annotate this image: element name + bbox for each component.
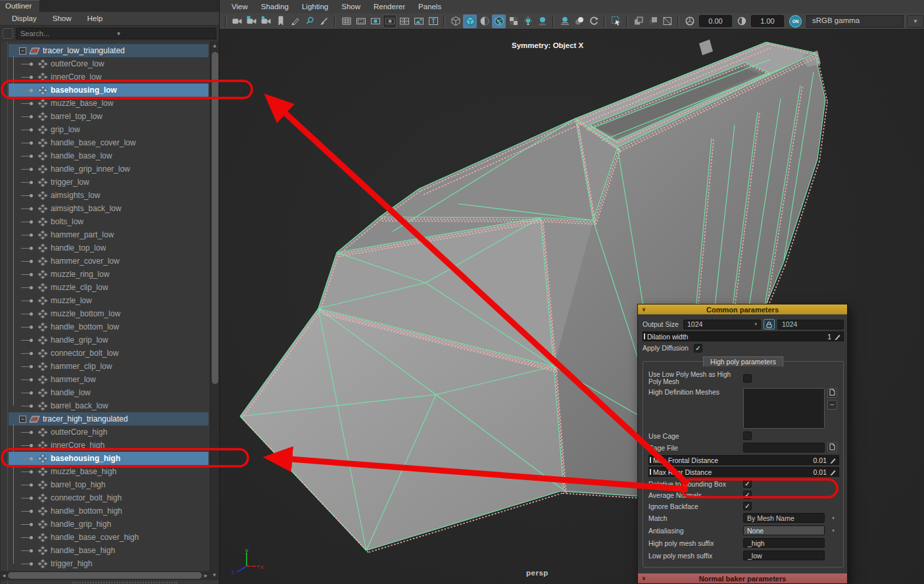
outliner-item[interactable]: basehousing_high: [9, 452, 208, 465]
camera-icon[interactable]: [230, 14, 244, 28]
select-filter-icon[interactable]: [3, 28, 13, 39]
menu-shading[interactable]: Shading: [255, 1, 295, 12]
pencil-icon[interactable]: [829, 456, 837, 464]
outliner-vertical-scrollbar[interactable]: ▲: [210, 41, 219, 571]
shaded-cube-icon[interactable]: [463, 14, 477, 28]
outliner-item[interactable]: handle_grip_high: [9, 518, 208, 531]
hscroll-thumb[interactable]: [8, 572, 202, 579]
slider-handle[interactable]: [650, 469, 651, 475]
outliner-item[interactable]: handle_bottom_high: [9, 504, 208, 518]
contrast-icon[interactable]: [735, 14, 748, 28]
exposure-icon[interactable]: [683, 14, 696, 28]
search-input[interactable]: Search... ▼: [16, 28, 216, 39]
slider-handle[interactable]: [644, 333, 645, 339]
average-normals-checkbox[interactable]: ✓: [743, 491, 752, 499]
outliner-item[interactable]: bolts_low: [9, 215, 208, 228]
menu-display[interactable]: Display: [5, 13, 43, 24]
menu-lighting[interactable]: Lighting: [295, 1, 335, 12]
menu-help[interactable]: Help: [81, 13, 110, 24]
output-size-dropdown[interactable]: 1024 ▾: [683, 320, 761, 329]
lock-size-button[interactable]: [764, 319, 775, 329]
slider-handle[interactable]: [650, 457, 651, 463]
pencil-icon[interactable]: [829, 468, 837, 476]
outliner-item[interactable]: muzzle_bottom_low: [9, 307, 208, 320]
add-file-button[interactable]: [827, 388, 837, 398]
zoom-pan-icon[interactable]: [303, 14, 316, 28]
outliner-item[interactable]: hammer_part_low: [9, 228, 208, 241]
outliner-item[interactable]: outterCore_low: [9, 57, 208, 70]
ignore-backface-checkbox[interactable]: ✓: [743, 502, 752, 510]
match-dropdown-arrow-icon[interactable]: ▾: [827, 516, 839, 521]
output-size-field[interactable]: 1024: [777, 320, 844, 329]
menu-show[interactable]: Show: [46, 13, 78, 24]
apply-diffusion-checkbox[interactable]: ✓: [694, 344, 702, 353]
outliner-item[interactable]: muzzle_base_high: [9, 465, 208, 478]
shadow-icon[interactable]: [535, 14, 549, 28]
scroll-right-icon[interactable]: ►: [202, 573, 210, 579]
use-cage-checkbox[interactable]: [743, 431, 752, 440]
expand-collapse-toggle[interactable]: −: [19, 47, 26, 55]
low-suffix-field[interactable]: _low: [743, 550, 825, 560]
outliner-item[interactable]: handle_base_cover_high: [9, 531, 208, 544]
max-frontal-distance-slider[interactable]: Max Frontal Distance 0.01: [648, 455, 839, 465]
film-gate-icon[interactable]: [354, 14, 368, 28]
browse-cage-file-button[interactable]: [827, 443, 837, 452]
isolate-select-icon[interactable]: [609, 14, 623, 28]
wireframe-cube-icon[interactable]: [449, 14, 462, 28]
outliner-item[interactable]: aimsights_back_low: [9, 202, 208, 215]
scroll-up-icon[interactable]: ▲: [212, 41, 218, 51]
gamma-select[interactable]: sRGB gamma: [806, 15, 904, 28]
match-dropdown[interactable]: By Mesh Name: [743, 513, 825, 523]
menu-panels[interactable]: Panels: [412, 1, 448, 12]
pencil-icon[interactable]: [833, 333, 841, 341]
pen-icon[interactable]: [288, 14, 302, 28]
dilation-width-slider[interactable]: Dilation width 1: [643, 331, 844, 341]
outliner-item[interactable]: innerCore_high: [9, 439, 208, 452]
image-plane-icon[interactable]: [412, 14, 426, 28]
motion-blur-icon[interactable]: [572, 14, 586, 28]
textured-cube-icon[interactable]: [492, 14, 506, 28]
outliner-item[interactable]: handle_base_high: [9, 544, 208, 557]
outliner-item[interactable]: handle_bottom_low: [9, 320, 208, 333]
antialiasing-dropdown[interactable]: None: [743, 525, 825, 535]
transparency-icon[interactable]: [506, 14, 520, 28]
outliner-item[interactable]: handle_grip_low: [9, 333, 208, 347]
high-suffix-field[interactable]: _high: [743, 538, 825, 548]
outliner-item[interactable]: connector_bolt_low: [9, 347, 208, 360]
relative-bbox-checkbox[interactable]: ✓: [743, 479, 752, 488]
outliner-item[interactable]: handle_grip_inner_low: [9, 162, 208, 176]
high-poly-parameters-tab[interactable]: High poly parameters: [703, 356, 783, 367]
outliner-item[interactable]: muzzle_low: [9, 294, 208, 307]
scroll-left-icon[interactable]: ◄: [0, 573, 8, 579]
outliner-item[interactable]: handle_low: [9, 386, 208, 399]
gate-mask-icon[interactable]: [383, 14, 397, 28]
hd-meshes-listbox[interactable]: [743, 388, 825, 429]
light-icon[interactable]: [521, 14, 535, 28]
viewport-canvas[interactable]: y x z Symmetry: Object X persp ∨ Common …: [220, 30, 924, 584]
screen-box-icon[interactable]: [660, 14, 674, 28]
panel-resize-grip[interactable]: [72, 581, 178, 583]
outliner-item[interactable]: barrel_back_low: [9, 399, 208, 412]
bookmark-icon[interactable]: [274, 14, 287, 28]
max-rear-distance-slider[interactable]: Max Rear Distance 0.01: [648, 467, 839, 477]
gamma-dropdown-icon[interactable]: ▼: [907, 15, 924, 28]
collapse-chevron-icon[interactable]: ∨: [638, 306, 650, 312]
vscroll-bottom[interactable]: ▼: [210, 571, 219, 580]
outliner-tab[interactable]: Outliner: [0, 0, 40, 12]
outliner-item[interactable]: barrel_top_low: [9, 110, 208, 123]
outliner-item[interactable]: grip_low: [9, 123, 208, 136]
copy-overlap-icon[interactable]: [631, 14, 645, 28]
use-low-as-high-checkbox[interactable]: [743, 374, 752, 383]
outliner-item[interactable]: connector_bolt_high: [9, 491, 208, 504]
outliner-item[interactable]: muzzle_ring_low: [9, 268, 208, 281]
field-chart-icon[interactable]: [397, 14, 411, 28]
outliner-item[interactable]: hammer_cover_low: [9, 255, 208, 268]
contrast-field[interactable]: 1.00: [751, 15, 784, 27]
remove-item-button[interactable]: −: [827, 400, 837, 410]
outliner-group-row[interactable]: − tracer_low_triangulated: [9, 44, 208, 57]
outliner-item[interactable]: innerCore_low: [9, 70, 208, 84]
antialiasing-dropdown-arrow-icon[interactable]: ▾: [827, 528, 839, 533]
flat-shade-icon[interactable]: [477, 14, 491, 28]
menu-view[interactable]: View: [225, 1, 255, 12]
outliner-item[interactable]: muzzle_base_low: [9, 97, 208, 110]
